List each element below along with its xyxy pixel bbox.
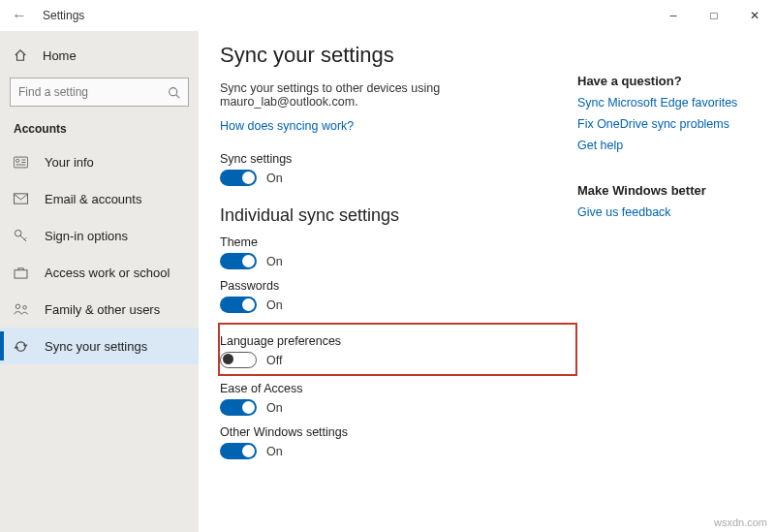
svg-point-8 — [15, 230, 21, 236]
maximize-button[interactable]: □ — [694, 0, 734, 31]
page-title: Sync your settings — [220, 43, 577, 68]
theme-label: Theme — [220, 235, 577, 249]
window-title: Settings — [39, 9, 84, 22]
toggle-state: On — [266, 172, 283, 185]
toggle-state: Off — [266, 354, 282, 367]
search-input[interactable]: Find a setting — [10, 78, 189, 107]
ease-of-access-toggle[interactable] — [220, 399, 257, 416]
search-icon — [168, 86, 180, 99]
have-question-heading: Have a question? — [577, 74, 752, 88]
toggle-state: On — [266, 401, 283, 415]
ease-of-access-label: Ease of Access — [220, 382, 577, 395]
mail-icon — [14, 193, 29, 204]
svg-line-1 — [176, 94, 179, 97]
sidebar-item-email-accounts[interactable]: Email & accounts — [0, 180, 199, 217]
content: Sync your settings Sync your settings to… — [220, 39, 577, 532]
briefcase-icon — [14, 266, 29, 279]
svg-point-3 — [16, 159, 19, 162]
sidebar-item-access-work-school[interactable]: Access work or school — [0, 254, 199, 291]
search-placeholder: Find a setting — [18, 85, 88, 99]
highlight-annotation: Language preferences Off — [218, 323, 577, 376]
help-aside: Have a question? Sync Microsoft Edge fav… — [577, 39, 752, 532]
svg-rect-7 — [14, 194, 27, 203]
svg-point-0 — [170, 87, 177, 95]
svg-point-13 — [23, 305, 27, 309]
make-windows-better-heading: Make Windows better — [577, 183, 752, 198]
sidebar-item-label: Sign-in options — [45, 229, 128, 243]
individual-sync-heading: Individual sync settings — [220, 205, 577, 226]
sidebar-item-your-info[interactable]: Your info — [0, 143, 199, 180]
how-syncing-works-link[interactable]: How does syncing work? — [220, 119, 354, 133]
svg-rect-11 — [15, 269, 27, 277]
sidebar-item-label: Family & other users — [45, 302, 160, 317]
toggle-state: On — [266, 298, 283, 312]
home-label: Home — [43, 48, 77, 63]
theme-toggle[interactable] — [220, 253, 257, 269]
sidebar: Home Find a setting Accounts Your info E… — [0, 31, 199, 532]
sidebar-item-label: Access work or school — [45, 266, 170, 280]
help-link-get-help[interactable]: Get help — [577, 139, 752, 152]
passwords-label: Passwords — [220, 279, 577, 293]
minimize-button[interactable]: – — [653, 0, 694, 31]
help-link-edge-favorites[interactable]: Sync Microsoft Edge favorites — [577, 96, 752, 110]
sidebar-item-signin-options[interactable]: Sign-in options — [0, 217, 199, 254]
sync-description: Sync your settings to other devices usin… — [220, 81, 577, 109]
home-icon — [14, 48, 27, 62]
family-icon — [14, 302, 29, 316]
sidebar-item-label: Sync your settings — [45, 339, 147, 354]
key-icon — [14, 229, 29, 243]
language-toggle[interactable] — [220, 352, 257, 368]
language-label: Language preferences — [220, 334, 568, 348]
sidebar-item-label: Email & accounts — [45, 192, 141, 206]
sidebar-item-sync-settings[interactable]: Sync your settings — [0, 328, 199, 364]
id-icon — [14, 156, 29, 169]
toggle-state: On — [266, 445, 283, 458]
home-nav[interactable]: Home — [0, 39, 199, 72]
other-windows-label: Other Windows settings — [220, 425, 577, 439]
sidebar-item-label: Your info — [45, 155, 94, 170]
sidebar-section-title: Accounts — [0, 116, 199, 143]
svg-line-10 — [24, 237, 26, 239]
sync-settings-label: Sync settings — [220, 152, 577, 166]
feedback-link[interactable]: Give us feedback — [577, 205, 752, 219]
toggle-state: On — [266, 255, 283, 268]
sync-settings-toggle[interactable] — [220, 170, 257, 186]
titlebar: ← Settings – □ ✕ — [0, 0, 775, 31]
watermark: wsxdn.com — [714, 516, 767, 528]
back-button[interactable]: ← — [0, 7, 39, 24]
help-link-onedrive[interactable]: Fix OneDrive sync problems — [577, 117, 752, 131]
sync-icon — [14, 339, 29, 354]
close-button[interactable]: ✕ — [734, 0, 775, 31]
main: Sync your settings Sync your settings to… — [199, 31, 775, 532]
other-windows-toggle[interactable] — [220, 443, 257, 459]
svg-point-12 — [16, 304, 19, 308]
sidebar-item-family-users[interactable]: Family & other users — [0, 291, 199, 328]
passwords-toggle[interactable] — [220, 297, 257, 313]
